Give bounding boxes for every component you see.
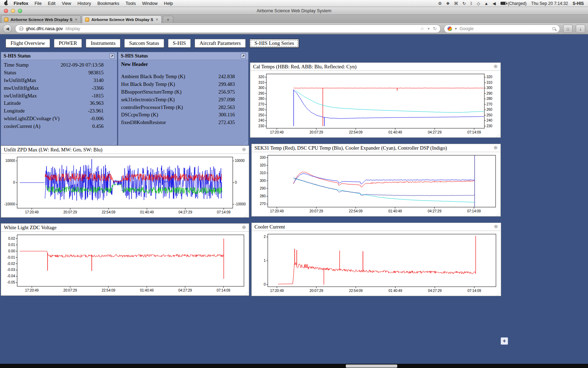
expand-plus-icon[interactable]: ⊕ (493, 145, 498, 150)
menu-history[interactable]: History (77, 1, 91, 6)
window-title: Airborne Science Web Display System (257, 8, 331, 13)
minimize-window-button[interactable] (11, 9, 15, 13)
search-engine-dropdown-icon[interactable]: ▼ (454, 27, 457, 30)
chart-title: SEK31 Temp (Red), DSC CPU Temp (Blu), Co… (254, 145, 447, 151)
menu-view[interactable]: View (62, 1, 71, 6)
menubar-clock[interactable]: Thu Sep 20 7:14:32 (531, 1, 568, 6)
panel-header[interactable]: S-HIS Status ↗ (1, 52, 117, 60)
menu-bookmarks[interactable]: Bookmarks (97, 1, 119, 6)
panel-subheader: New Header (118, 60, 248, 67)
chart-panel-sek31: SEK31 Temp (Red), DSC CPU Temp (Blu), Co… (251, 144, 501, 217)
close-window-button[interactable] (4, 9, 8, 13)
menubar-user[interactable]: S-HIS (573, 1, 584, 6)
resize-handle[interactable]: ⋰ (113, 141, 116, 145)
unfilt-zpd-plot: 100001000000-10000-1000017:20:4920:07:29… (1, 154, 249, 217)
expand-plus-icon[interactable]: ⊕ (242, 225, 246, 230)
svg-text:0.01: 0.01 (8, 243, 15, 247)
svg-text:260: 260 (486, 108, 492, 111)
svg-text:07:14:09: 07:14:09 (467, 130, 481, 134)
tab-close-icon[interactable]: × (155, 17, 159, 22)
search-bar[interactable]: ▼ Google (444, 25, 560, 33)
resize-handle[interactable]: ⋰ (245, 291, 248, 296)
bottom-strip (0, 364, 588, 368)
wifi-icon[interactable]: ▲ (484, 1, 488, 6)
svg-text:0: 0 (13, 180, 15, 184)
nav-button-satcom-status[interactable]: Satcom Status (124, 39, 164, 48)
menu-edit[interactable]: Edit (48, 1, 56, 6)
browser-tab-1[interactable]: Airborne Science Web Display S...× (1, 15, 81, 23)
status-row: swUnfiltIfgMax-1815 (1, 92, 117, 100)
search-icon[interactable] (552, 27, 555, 30)
window-titlebar[interactable]: Airborne Science Web Display System (0, 7, 588, 15)
browser-tab-2[interactable]: Airborne Science Web Display S...× (82, 15, 162, 23)
svg-text:260: 260 (258, 108, 264, 111)
nav-button-flight-overview[interactable]: Flight Overview (6, 39, 50, 48)
apple-menu-icon[interactable] (4, 1, 8, 5)
new-tab-button[interactable]: + (163, 16, 173, 23)
bookmark-star-icon[interactable]: ☆ (420, 26, 425, 31)
svg-text:07:14:09: 07:14:09 (467, 209, 481, 213)
resize-handle[interactable]: ⋰ (244, 141, 247, 145)
downloads-button[interactable]: ↓ (576, 25, 585, 33)
expand-plus-icon[interactable]: ⊕ (493, 64, 498, 69)
menubar-status-area: ⚙❖⌘↻ᛒ◇▲◀ (Charged) Thu Sep 20 7:14:32 S-… (438, 1, 584, 6)
menu-help[interactable]: Help (164, 1, 173, 6)
macos-menu-bar: Firefox FileEditViewHistoryBookmarksTool… (0, 0, 588, 7)
chart-header[interactable]: Cooler Current ⊕ (252, 223, 501, 231)
white-light-plot: 0.020.010.00-0.01-0.02-0.03-0.04-0.0517:… (1, 232, 249, 295)
resize-handle[interactable]: ⋰ (496, 133, 500, 138)
chart-header[interactable]: Unfilt ZPD Max (LW: Red, MW: Grn, SW: Bl… (1, 146, 249, 154)
expand-plus-icon[interactable]: ⊕ (494, 224, 498, 229)
status-value: 983815 (89, 70, 114, 76)
zoom-window-button[interactable] (18, 9, 22, 13)
menu-tools[interactable]: Tools (126, 1, 136, 6)
add-panel-button[interactable]: + (500, 337, 508, 345)
status-value: 256.975 (218, 89, 245, 95)
svg-text:17:20:49: 17:20:49 (270, 209, 284, 213)
chart-header[interactable]: White Light ZDC Voltage ⊕ (1, 224, 249, 232)
svg-text:07:14:09: 07:14:09 (468, 289, 481, 293)
status-value: 3140 (93, 77, 114, 83)
svg-text:07:14:09: 07:14:09 (217, 288, 230, 292)
nav-button-instruments[interactable]: Instruments (86, 39, 120, 48)
search-engine-icon[interactable] (447, 26, 452, 31)
status-row: whiteLightZDCvoltage (V)-0.006 (1, 115, 117, 123)
menu-window[interactable]: Window (142, 1, 158, 6)
chart-header[interactable]: SEK31 Temp (Red), DSC CPU Temp (Blu), Co… (252, 144, 500, 152)
bluetooth-icon[interactable]: ᛒ (470, 1, 472, 6)
chart-header[interactable]: Cal Temps (HBB: Red, ABB: Blu, Reflected… (250, 63, 500, 71)
tab-close-icon[interactable]: × (75, 17, 78, 22)
svg-text:270: 270 (258, 102, 264, 106)
back-button[interactable]: ◀ (3, 24, 12, 33)
panel-header[interactable]: S-HIS Status ↗ (118, 52, 248, 60)
battery-indicator[interactable]: (Charged) (500, 1, 527, 6)
sync-icon[interactable]: ↻ (462, 1, 466, 6)
resize-handle[interactable]: ⋰ (496, 212, 500, 217)
home-button[interactable]: ⌂ (563, 25, 573, 33)
grid-icon[interactable]: ❖ (446, 1, 450, 6)
airplay-icon[interactable]: ◇ (477, 1, 480, 6)
nav-button-aircraft-parameters[interactable]: Aircraft Parameters (195, 39, 246, 48)
expand-icon[interactable]: ↗ (241, 54, 246, 59)
expand-plus-icon[interactable]: ⊕ (242, 147, 246, 152)
volume-icon[interactable]: ◀ (492, 1, 496, 6)
site-identity-globe-icon[interactable] (19, 26, 23, 31)
nav-button-power[interactable]: POWER (54, 39, 82, 48)
reload-icon[interactable]: ↻ (433, 26, 437, 31)
menu-firefox[interactable]: Firefox (14, 1, 28, 6)
sek31-plot: 33032031030029028027017:20:4920:07:2922:… (252, 152, 500, 216)
gear-icon[interactable]: ⚙ (438, 1, 442, 6)
menu-file[interactable]: File (35, 1, 42, 6)
resize-handle[interactable]: ⋰ (245, 213, 248, 218)
url-bar[interactable]: ghoc.dfrc.nasa.gov /display ☆ ▼ ↻ (15, 25, 441, 33)
url-dropdown-icon[interactable]: ▼ (427, 27, 430, 30)
status-rows: Time Stamp2012-09-20 07:13:58Status98381… (1, 60, 117, 130)
status-label: Hot Black Body Temp (K) (121, 81, 175, 87)
camera-icon[interactable]: ⌘ (454, 1, 458, 6)
tab-label: Airborne Science Web Display S... (10, 18, 72, 22)
status-row: Status983815 (1, 69, 117, 77)
expand-icon[interactable]: ↗ (110, 54, 114, 59)
resize-handle[interactable]: ⋰ (497, 292, 500, 296)
nav-button-s-his[interactable]: S-HIS (168, 39, 191, 48)
nav-button-s-his-long-series[interactable]: S-HIS Long Series (250, 39, 299, 48)
